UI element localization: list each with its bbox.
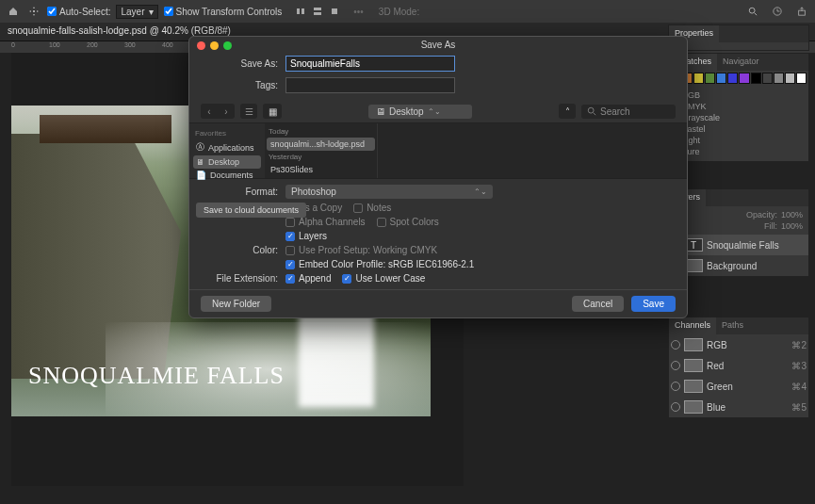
visibility-icon[interactable] (671, 402, 680, 412)
history-icon[interactable] (770, 4, 785, 19)
view-mode-buttons[interactable]: ☰ (240, 104, 257, 119)
align-icon[interactable] (327, 4, 342, 19)
show-transform-checkbox[interactable]: Show Transform Controls (164, 7, 283, 17)
append-checkbox[interactable]: ✓Append (285, 273, 331, 284)
right-panel-column: Properties Swatches Navigator ▸ RGB▸ CMY… (668, 24, 809, 504)
fill-value[interactable]: 100% (781, 221, 803, 231)
file-group-yesterday: Yesterday (267, 151, 375, 163)
filename-input[interactable] (285, 56, 455, 72)
format-label: Format: (201, 187, 285, 197)
chevron-updown-icon: ⌃⌄ (474, 187, 487, 196)
file-item[interactable]: Ps30Slides (267, 163, 375, 176)
swatch[interactable] (774, 73, 784, 84)
swatch[interactable] (751, 73, 761, 84)
align-icon[interactable] (293, 4, 308, 19)
home-icon[interactable] (6, 4, 21, 19)
svg-point-9 (588, 107, 594, 113)
opacity-label: Opacity: (746, 210, 777, 219)
move-tool-icon[interactable] (26, 4, 41, 19)
tags-input[interactable] (285, 77, 455, 93)
swatch[interactable] (705, 73, 715, 84)
layer-row[interactable]: TSnoqualmie Falls (669, 235, 808, 255)
search-icon[interactable] (745, 4, 760, 19)
forward-icon[interactable]: › (218, 104, 235, 119)
share-icon[interactable] (794, 4, 809, 19)
location-dropdown[interactable]: 🖥 Desktop ⌃⌄ (368, 105, 472, 119)
svg-rect-0 (297, 8, 300, 14)
layer-name: Snoqualmie Falls (707, 240, 779, 251)
chevron-down-icon: ▾ (149, 7, 154, 17)
swatch[interactable] (716, 73, 726, 84)
tab-channels[interactable]: Channels (669, 317, 716, 334)
sidebar-item-desktop[interactable]: 🖥Desktop (193, 155, 261, 169)
channel-row[interactable]: Red⌘3 (669, 355, 808, 376)
channels-panel: Channels Paths RGB⌘2Red⌘3Green⌘4Blue⌘5 (668, 317, 809, 418)
visibility-icon[interactable] (671, 382, 680, 391)
swatch-group[interactable]: ▸ Grayscale (675, 112, 803, 123)
swatch-group[interactable]: ▸ Light (675, 135, 803, 146)
svg-rect-2 (314, 8, 321, 10)
visibility-icon[interactable] (671, 361, 680, 370)
auto-select-mode-dropdown[interactable]: Layer▾ (116, 5, 157, 19)
sidebar-item-applications[interactable]: ⒶApplications (193, 139, 261, 155)
swatch-group[interactable]: ▸ RGB (675, 89, 803, 101)
auto-select-label: Auto-Select: (59, 7, 110, 17)
zoom-icon[interactable] (223, 41, 232, 50)
swatch-group[interactable]: ▸ Pure (675, 146, 803, 157)
proof-setup-checkbox[interactable]: Use Proof Setup: Working CMYK (285, 245, 437, 255)
close-icon[interactable] (197, 41, 205, 50)
group-icon[interactable]: ▦ (263, 104, 282, 119)
notes-checkbox[interactable]: Notes (353, 203, 391, 213)
file-item[interactable]: snoqualmi...sh-lodge.psd (267, 138, 375, 151)
channel-shortcut: ⌘3 (791, 361, 807, 371)
sidebar-header: Favorites (193, 127, 261, 139)
tab-paths[interactable]: Paths (716, 317, 749, 334)
lower-case-checkbox[interactable]: ✓Use Lower Case (342, 273, 425, 284)
back-icon[interactable]: ‹ (201, 104, 218, 119)
save-cloud-button[interactable]: Save to cloud documents (196, 203, 306, 218)
channel-thumb (684, 400, 703, 414)
swatch[interactable] (727, 73, 738, 84)
format-dropdown[interactable]: Photoshop⌃⌄ (285, 185, 493, 199)
cancel-button[interactable]: Cancel (572, 296, 624, 312)
svg-point-5 (749, 8, 755, 13)
search-input[interactable]: Search (581, 105, 676, 119)
file-group-today: Today (267, 125, 375, 138)
swatch[interactable] (693, 73, 704, 84)
alpha-channels-checkbox[interactable]: Alpha Channels (285, 217, 366, 227)
spot-colors-checkbox[interactable]: Spot Colors (377, 217, 439, 227)
swatch[interactable] (739, 73, 749, 84)
minimize-icon[interactable] (210, 41, 219, 50)
auto-select-checkbox[interactable]: Auto-Select: (47, 7, 110, 17)
channel-row[interactable]: RGB⌘2 (669, 334, 808, 355)
visibility-icon[interactable] (671, 340, 680, 350)
layers-checkbox[interactable]: ✓Layers (285, 231, 327, 241)
channel-name: Blue (707, 402, 788, 413)
new-folder-button[interactable]: New Folder (201, 296, 271, 312)
channel-row[interactable]: Blue⌘5 (669, 397, 808, 417)
layer-name: Background (707, 261, 757, 271)
channel-shortcut: ⌘4 (791, 382, 807, 392)
collapse-icon[interactable]: ˄ (559, 104, 576, 119)
swatch[interactable] (762, 73, 773, 84)
chevron-updown-icon: ⌃⌄ (428, 107, 441, 116)
more-icon[interactable]: ••• (353, 7, 364, 17)
dialog-nav-toolbar: ‹ › ☰ ▦ 🖥 Desktop ⌃⌄ ˄ Search (189, 100, 687, 122)
opacity-value[interactable]: 100% (781, 210, 803, 219)
channel-row[interactable]: Green⌘4 (669, 376, 808, 397)
dialog-titlebar[interactable]: Save As (189, 37, 687, 53)
layer-row[interactable]: Background (669, 255, 808, 276)
save-button[interactable]: Save (631, 296, 676, 312)
align-icon[interactable] (310, 4, 325, 19)
tab-navigator[interactable]: Navigator (717, 54, 765, 71)
swatch[interactable] (796, 73, 807, 84)
back-forward-buttons[interactable]: ‹ › (201, 104, 235, 119)
list-view-icon[interactable]: ☰ (240, 104, 257, 119)
swatch-group[interactable]: ▸ Pastel (675, 123, 803, 135)
canvas-text-layer[interactable]: SNOQUALMIE FALLS (28, 362, 285, 390)
embed-profile-checkbox[interactable]: ✓Embed Color Profile: sRGB IEC61966-2.1 (285, 259, 474, 269)
channel-name: Red (707, 361, 788, 371)
window-traffic-lights[interactable] (197, 41, 232, 50)
swatch[interactable] (785, 73, 795, 84)
swatch-group[interactable]: ▸ CMYK (675, 101, 803, 112)
